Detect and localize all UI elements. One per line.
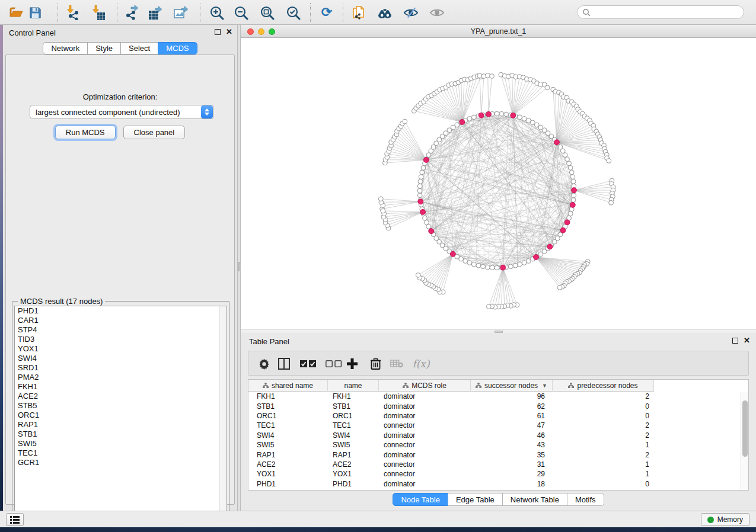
scrollbar-thumb[interactable]	[742, 400, 748, 457]
mcds-result-item[interactable]: ACE2	[15, 392, 227, 401]
mcds-result-item[interactable]: PHD1	[15, 306, 227, 316]
mcds-result-item[interactable]: TEC1	[15, 448, 227, 458]
tab-node-table[interactable]: Node Table	[393, 493, 448, 506]
cell-predecessor_nodes: 2	[553, 421, 654, 430]
main-toolbar: ⟳	[0, 0, 756, 25]
delete-column-trash-icon[interactable]	[368, 357, 382, 371]
mcds-result-item[interactable]: SWI5	[15, 439, 227, 448]
mcds-result-item[interactable]: FKH1	[15, 382, 227, 392]
memory-status-icon	[707, 517, 714, 523]
mcds-result-item[interactable]: GCR1	[15, 458, 227, 467]
table-row[interactable]: ACE2ACE2connector311	[248, 460, 741, 469]
mcds-result-list[interactable]: PHD1CAR1STP4TID3YOX1SWI4SRD1PMA2FKH1ACE2…	[14, 306, 227, 519]
toolbar-separator	[343, 3, 343, 22]
table-row[interactable]: SWI4SWI4dominator462	[248, 431, 741, 440]
zoom-selected-icon[interactable]	[285, 5, 301, 20]
control-panel: Control Panel ✕ NetworkStyleSelectMCDS O…	[3, 25, 237, 511]
node-table: shared namenameMCDS rolesuccessor nodes▼…	[248, 379, 749, 491]
hide-selected-eye-icon[interactable]	[403, 5, 419, 20]
mcds-result-item[interactable]: TID3	[15, 335, 227, 344]
export-table-icon[interactable]	[148, 5, 163, 20]
table-row[interactable]: SWI5SWI5connector431	[248, 440, 741, 450]
export-network-icon[interactable]	[125, 5, 140, 20]
table-settings-gear-icon[interactable]	[257, 357, 271, 371]
dropdown-stepper-icon	[201, 105, 213, 118]
tab-edge-table[interactable]: Edge Table	[448, 493, 503, 506]
cell-name: ACE2	[328, 460, 379, 469]
tab-network[interactable]: Network	[43, 42, 88, 55]
column-type-icon	[568, 383, 574, 388]
close-panel-icon[interactable]: ✕	[226, 29, 232, 35]
toolbar-separator	[310, 3, 311, 22]
control-panel-title: Control Panel	[9, 28, 56, 37]
mcds-result-item[interactable]: SRD1	[15, 363, 227, 373]
control-panel-tabs: NetworkStyleSelectMCDS	[3, 42, 237, 55]
tab-motifs[interactable]: Motifs	[567, 493, 604, 506]
zoom-fit-icon[interactable]	[259, 5, 275, 20]
tab-mcds[interactable]: MCDS	[158, 42, 197, 55]
show-column-panel-icon[interactable]	[277, 357, 291, 371]
import-table-icon[interactable]	[91, 5, 106, 20]
save-icon[interactable]	[27, 5, 43, 20]
column-header-predecessor_nodes[interactable]: predecessor nodes	[553, 380, 654, 392]
mcds-result-item[interactable]: RAP1	[15, 420, 227, 430]
table-row[interactable]: STB1STB1dominator620	[248, 401, 741, 411]
network-window-titlebar[interactable]: YPA_prune.txt_1	[241, 25, 756, 38]
network-search-field[interactable]	[577, 5, 744, 19]
mcds-result-item[interactable]: YOX1	[15, 344, 227, 354]
toolbar-separator	[58, 3, 58, 22]
mcds-result-item[interactable]: PMA2	[15, 373, 227, 382]
add-column-icon[interactable]	[345, 357, 359, 371]
first-neighbors-icon[interactable]	[377, 5, 393, 20]
refresh-icon[interactable]: ⟳	[319, 5, 334, 20]
mcds-result-item[interactable]: ORC1	[15, 411, 227, 420]
float-panel-icon[interactable]	[215, 29, 221, 35]
table-row[interactable]: PHD1PHD1dominator180	[248, 479, 741, 489]
mcds-result-item[interactable]: STP4	[15, 325, 227, 335]
table-row[interactable]: YOX1YOX1connector291	[248, 469, 741, 479]
search-input[interactable]	[591, 8, 739, 17]
select-all-icon[interactable]	[299, 357, 318, 371]
column-header-name[interactable]: name	[328, 380, 379, 392]
splitter-grip[interactable]	[238, 262, 240, 271]
open-file-icon[interactable]	[8, 5, 24, 20]
deselect-all-icon[interactable]	[324, 357, 343, 371]
float-panel-icon[interactable]	[732, 338, 738, 344]
cell-predecessor_nodes: 0	[553, 480, 654, 488]
column-header-shared_name[interactable]: shared name	[248, 380, 328, 392]
show-all-eye-icon[interactable]	[429, 5, 445, 20]
import-network-icon[interactable]	[65, 5, 81, 20]
close-panel-button[interactable]: Close panel	[123, 126, 186, 139]
table-scrollbar[interactable]	[741, 392, 748, 490]
cell-successor_nodes: 96	[471, 392, 553, 400]
network-canvas[interactable]	[241, 38, 756, 329]
mcds-result-item[interactable]: CAR1	[15, 316, 227, 325]
column-header-mcds_role[interactable]: MCDS role	[379, 380, 471, 392]
cell-name: FKH1	[328, 392, 379, 400]
table-row[interactable]: TEC1TEC1connector472	[248, 421, 741, 430]
zoom-in-icon[interactable]	[209, 5, 224, 20]
table-row[interactable]: ORC1ORC1dominator610	[248, 411, 741, 421]
cell-name: TEC1	[328, 421, 379, 430]
tab-style[interactable]: Style	[87, 42, 121, 55]
export-image-icon[interactable]	[173, 5, 189, 20]
column-header-successor_nodes[interactable]: successor nodes▼	[471, 380, 553, 392]
table-row[interactable]: FKH1FKH1dominator962	[248, 392, 741, 401]
cell-successor_nodes: 46	[471, 431, 553, 440]
close-panel-icon[interactable]: ✕	[744, 338, 750, 344]
memory-button[interactable]: Memory	[701, 513, 749, 526]
cell-mcds_role: connector	[379, 421, 471, 430]
zoom-out-icon[interactable]	[233, 5, 248, 20]
desktop-background-bottom	[0, 527, 756, 532]
mcds-list-scrollbar[interactable]	[219, 306, 227, 518]
tab-network-table[interactable]: Network Table	[502, 493, 567, 506]
mcds-result-item[interactable]: STB5	[15, 401, 227, 411]
mcds-result-item[interactable]: STB1	[15, 430, 227, 439]
mcds-result-item[interactable]: SWI4	[15, 354, 227, 363]
criterion-dropdown[interactable]: largest connected component (undirected)	[30, 105, 214, 119]
show-panel-list-button[interactable]	[6, 513, 24, 526]
clone-network-icon[interactable]	[351, 5, 366, 20]
table-row[interactable]: RAP1RAP1dominator352	[248, 450, 741, 459]
run-mcds-button[interactable]: Run MCDS	[55, 126, 116, 139]
tab-select[interactable]: Select	[120, 42, 158, 55]
